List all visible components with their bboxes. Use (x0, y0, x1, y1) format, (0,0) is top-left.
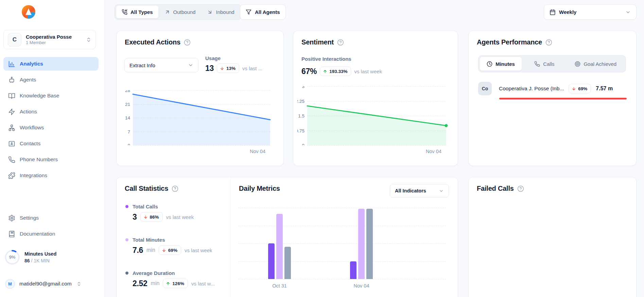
agent-performance-row[interactable]: Co Cooperativa J. Posse (Inb... 69% 7.57… (478, 82, 627, 95)
period-selector[interactable]: Weekly (544, 4, 637, 20)
sidebar-item-settings[interactable]: Settings (3, 211, 99, 225)
stat-total-calls: Total Calls 3 86% vs last week (125, 204, 194, 222)
gridline (307, 145, 446, 146)
tab-goal-achieved[interactable]: Goal Achieved (567, 57, 624, 71)
stat-unit: min (151, 280, 160, 286)
agent-avatar: Co (478, 82, 492, 95)
sidebar-item-label: Analytics (20, 61, 43, 67)
all-agents-filter-button[interactable]: All Agents (240, 4, 286, 20)
bar-group (350, 208, 373, 279)
workspace-avatar: C (8, 33, 21, 47)
daily-metrics-title: Daily Metrics (239, 185, 280, 192)
stat-label: Average Duration (133, 270, 175, 276)
x-axis-label: Nov 04 (250, 149, 265, 154)
y-tick-label: 0 (302, 143, 304, 146)
failed-calls-card: Failed Calls (468, 177, 637, 297)
minutes-used-widget: 9% Minutes Used 86 / 1K MIN (4, 248, 96, 267)
funnel-icon (246, 9, 251, 15)
bar-total-minutes (276, 214, 283, 279)
analytics-dashboard: C Cooperativa Posse 1 Member Analytics A… (0, 0, 644, 297)
sidebar-item-agents[interactable]: Agents (3, 73, 99, 87)
sidebar-item-label: Knowledge Base (20, 93, 59, 99)
sidebar-item-documentation[interactable]: Documentation (3, 227, 99, 241)
help-icon[interactable] (172, 185, 178, 192)
bar-total-calls (350, 261, 356, 279)
stat-value: 7.6 (133, 246, 143, 255)
sentiment-summary: 67% 193.33% vs last week (301, 67, 382, 76)
help-icon[interactable] (545, 39, 552, 46)
delta-badge: 69% (569, 84, 591, 93)
sidebar-nav: Analytics Agents Knowledge Base Actions … (3, 57, 99, 182)
daily-metrics-bar-chart: Oct 31Nov 04 (239, 208, 446, 279)
action-type-select[interactable]: Extract Info (124, 58, 198, 72)
chevrons-up-down-icon (86, 37, 91, 42)
tab-inbound[interactable]: Inbound (202, 6, 240, 18)
chevrons-up-down-icon (76, 281, 82, 286)
stat-dot (125, 238, 128, 241)
sidebar-item-knowledge-base[interactable]: Knowledge Base (3, 89, 99, 103)
y-tick-label: 14 (125, 115, 130, 120)
stat-dot (125, 205, 128, 208)
arrow-down-icon (162, 248, 166, 253)
delta-badge: 13% (217, 63, 239, 73)
zap-icon (8, 108, 15, 115)
usage-value: 13 (205, 64, 214, 73)
sidebar-item-contacts[interactable]: Contacts (3, 137, 99, 150)
target-icon (575, 61, 580, 67)
help-icon[interactable] (184, 39, 191, 46)
bar-average-duration (366, 209, 373, 279)
sidebar-item-workflows[interactable]: Workflows (3, 121, 99, 134)
all-agents-label: All Agents (255, 9, 280, 15)
comparison-label: vs last week (354, 69, 382, 74)
sidebar-item-integrations[interactable]: Integrations (3, 169, 99, 182)
chevron-down-icon (439, 188, 444, 193)
card-title: Failed Calls (477, 185, 514, 192)
bar-average-duration (284, 247, 291, 279)
stat-label: Total Calls (133, 204, 158, 209)
y-tick-label: 7 (127, 129, 130, 134)
y-tick-label: 0.75 (297, 128, 304, 133)
book-open-icon (8, 92, 15, 99)
agent-minutes-value: 7.57 m (596, 86, 613, 92)
phone-incoming-icon (122, 9, 127, 15)
comparison-label: vs last week (185, 247, 212, 253)
tab-minutes[interactable]: Minutes (480, 57, 522, 71)
card-title: Executed Actions (125, 38, 180, 46)
agent-name: Cooperativa J. Posse (Inb... (499, 86, 564, 92)
tab-label: All Types (130, 9, 153, 15)
clock-icon (487, 61, 492, 67)
delta-badge: 86% (140, 212, 163, 222)
sidebar: C Cooperativa Posse 1 Member Analytics A… (0, 0, 105, 297)
help-icon[interactable] (337, 39, 344, 46)
usage-summary: Usage 13 13% vs last ... (205, 55, 262, 73)
delta-badge: 69% (159, 245, 181, 255)
workspace-selector[interactable]: C Cooperativa Posse 1 Member (3, 30, 96, 49)
puzzle-icon (8, 172, 15, 179)
period-label: Weekly (559, 9, 576, 15)
line-series (133, 90, 270, 145)
tab-outbound[interactable]: Outbound (159, 6, 201, 18)
tab-all-types[interactable]: All Types (116, 6, 158, 18)
tab-calls[interactable]: Calls (522, 57, 567, 71)
arrow-down-icon (572, 87, 576, 91)
chart-plot-area: Nov 04 (307, 86, 446, 145)
stat-unit: min (146, 247, 155, 253)
sidebar-item-phone-numbers[interactable]: Phone Numbers (3, 153, 99, 166)
user-email: matidel90@gmail.com (19, 281, 72, 287)
stat-value: 2.52 (133, 279, 147, 288)
gridline (133, 145, 270, 146)
user-account-menu[interactable]: M matidel90@gmail.com (0, 276, 105, 292)
sidebar-item-analytics[interactable]: Analytics (3, 57, 99, 71)
bot-icon (8, 76, 15, 83)
call-statistics-card: Call Statistics Total Calls 3 86% vs las… (116, 177, 458, 297)
minutes-percent: 9% (4, 249, 20, 265)
tab-label: Outbound (173, 9, 196, 15)
indicator-select[interactable]: All Indicators (390, 184, 449, 198)
bar-group (268, 208, 291, 279)
sidebar-item-actions[interactable]: Actions (3, 105, 99, 118)
y-tick-label: 28 (125, 90, 130, 93)
tab-label: Calls (543, 61, 554, 67)
delta-badge: 126% (163, 279, 188, 288)
gridline (239, 279, 446, 279)
help-icon[interactable] (517, 185, 524, 192)
